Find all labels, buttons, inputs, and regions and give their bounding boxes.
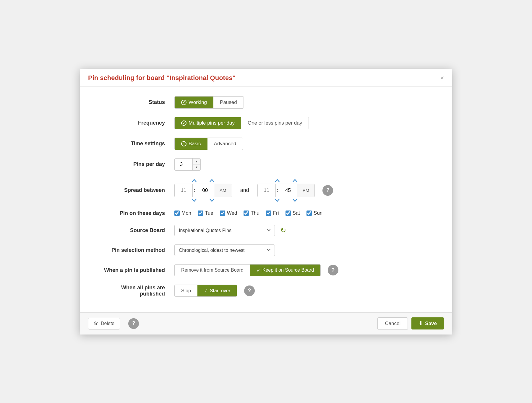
keep-on-source-label: Keep it on Source Board xyxy=(262,267,314,273)
start-time-fields: : AM xyxy=(174,184,232,197)
source-board-refresh-icon[interactable]: ↻ xyxy=(280,226,286,234)
cancel-button[interactable]: Cancel xyxy=(377,317,408,330)
day-mon-label: Mon xyxy=(181,210,191,216)
when-all-published-help-icon[interactable]: ? xyxy=(244,285,255,296)
end-min-down-button[interactable] xyxy=(286,198,304,202)
day-thu-label: Thu xyxy=(251,210,259,216)
spread-between-row: Spread between xyxy=(98,179,434,202)
pin-selection-row: Pin selection method Chronological, olde… xyxy=(98,244,434,256)
end-hour-up-button[interactable] xyxy=(268,179,286,182)
time-settings-row: Time settings ✓ Basic Advanced xyxy=(98,138,434,150)
end-hour-input[interactable] xyxy=(258,184,275,197)
end-down-arrows xyxy=(268,198,304,202)
day-fri-label: Fri xyxy=(273,210,279,216)
footer-left: 🗑 Delete ? xyxy=(88,318,139,329)
source-board-select[interactable]: Inspirational Quotes Pins Other Board xyxy=(174,225,275,236)
day-fri-checkbox[interactable] xyxy=(266,211,271,216)
day-tue-checkbox[interactable] xyxy=(198,211,203,216)
pins-per-day-row: Pins per day ▲ ▼ xyxy=(98,158,434,171)
spinner-down-button[interactable]: ▼ xyxy=(193,164,200,170)
end-min-up-button[interactable] xyxy=(286,179,304,182)
status-paused-button[interactable]: Paused xyxy=(213,97,244,108)
delete-icon: 🗑 xyxy=(94,321,98,326)
when-published-controls: Remove it from Source Board ✓ Keep it on… xyxy=(174,264,434,276)
start-hour-input[interactable] xyxy=(175,184,192,197)
end-time-group: : PM xyxy=(257,179,315,202)
time-settings-advanced-button[interactable]: Advanced xyxy=(207,138,243,150)
source-board-label: Source Board xyxy=(98,227,174,234)
start-hour-up-button[interactable] xyxy=(185,179,203,182)
day-sun-checkbox[interactable] xyxy=(306,211,312,216)
end-time-fields: : PM xyxy=(257,184,315,197)
when-published-label: When a pin is published xyxy=(98,267,174,273)
start-time-separator: : xyxy=(192,184,196,197)
end-hour-down-button[interactable] xyxy=(268,198,286,202)
spread-help-icon[interactable]: ? xyxy=(322,185,333,196)
spinner-up-button[interactable]: ▲ xyxy=(193,159,200,164)
day-tue[interactable]: Tue xyxy=(198,210,213,216)
start-min-input[interactable] xyxy=(196,184,214,197)
modal-body: Status ✓ Working Paused Frequency xyxy=(80,87,452,312)
day-mon-checkbox[interactable] xyxy=(174,211,180,216)
end-ampm-button[interactable]: PM xyxy=(297,184,314,197)
modal-title: Pin scheduling for board "Inspirational … xyxy=(88,74,236,82)
status-working-button[interactable]: ✓ Working xyxy=(175,97,213,108)
remove-from-source-label: Remove it from Source Board xyxy=(181,267,244,273)
day-wed-checkbox[interactable] xyxy=(220,211,225,216)
time-settings-advanced-label: Advanced xyxy=(214,141,236,147)
modal-footer: 🗑 Delete ? Cancel ⬇ Save xyxy=(80,312,452,335)
when-published-row: When a pin is published Remove it from S… xyxy=(98,264,434,276)
delete-button[interactable]: 🗑 Delete xyxy=(88,318,120,329)
stop-label: Stop xyxy=(181,288,191,293)
pin-selection-label: Pin selection method xyxy=(98,247,174,253)
end-up-arrows xyxy=(268,179,304,182)
frequency-multiple-check-icon: ✓ xyxy=(181,120,186,126)
modal-close-button[interactable]: × xyxy=(440,75,444,81)
spread-between-controls: : AM xyxy=(174,179,434,202)
modal-title-prefix: Pin scheduling for board xyxy=(88,74,166,81)
day-sat[interactable]: Sat xyxy=(286,210,300,216)
start-min-down-button[interactable] xyxy=(203,198,221,202)
time-settings-basic-label: Basic xyxy=(189,141,201,147)
day-fri[interactable]: Fri xyxy=(266,210,279,216)
day-thu-checkbox[interactable] xyxy=(244,211,249,216)
remove-from-source-button[interactable]: Remove it from Source Board xyxy=(175,265,250,276)
pin-days-controls: Mon Tue Wed Thu xyxy=(174,210,434,216)
status-working-check-icon: ✓ xyxy=(181,100,186,105)
frequency-row: Frequency ✓ Multiple pins per day One or… xyxy=(98,117,434,129)
frequency-one-button[interactable]: One or less pins per day xyxy=(241,117,309,129)
time-settings-toggle-group: ✓ Basic Advanced xyxy=(174,138,243,150)
start-over-button[interactable]: ✓ Start over xyxy=(197,285,237,296)
day-thu[interactable]: Thu xyxy=(244,210,259,216)
pins-per-day-label: Pins per day xyxy=(98,161,174,167)
end-min-input[interactable] xyxy=(279,184,297,197)
pin-days-row: Pin on these days Mon Tue Wed xyxy=(98,210,434,216)
days-group: Mon Tue Wed Thu xyxy=(174,210,322,216)
frequency-multiple-button[interactable]: ✓ Multiple pins per day xyxy=(175,117,241,129)
day-sat-checkbox[interactable] xyxy=(286,211,291,216)
day-wed-label: Wed xyxy=(227,210,237,216)
save-button[interactable]: ⬇ Save xyxy=(411,317,444,329)
footer-help-icon[interactable]: ? xyxy=(128,318,139,329)
pin-days-label: Pin on these days xyxy=(98,210,174,216)
save-icon: ⬇ xyxy=(419,320,423,327)
modal: Pin scheduling for board "Inspirational … xyxy=(80,69,452,335)
time-settings-basic-button[interactable]: ✓ Basic xyxy=(175,138,207,150)
stop-button[interactable]: Stop xyxy=(175,285,197,296)
frequency-label: Frequency xyxy=(98,120,174,126)
day-wed[interactable]: Wed xyxy=(220,210,237,216)
start-hour-down-button[interactable] xyxy=(185,198,203,202)
start-down-arrows xyxy=(185,198,221,202)
start-ampm-button[interactable]: AM xyxy=(214,184,232,197)
pins-per-day-controls: ▲ ▼ xyxy=(174,158,434,171)
keep-on-source-button[interactable]: ✓ Keep it on Source Board xyxy=(250,265,320,276)
time-settings-basic-check-icon: ✓ xyxy=(181,141,186,146)
pin-selection-select[interactable]: Chronological, oldest to newest Random C… xyxy=(174,244,275,256)
when-all-published-label: When all pins are published xyxy=(98,285,174,297)
end-time-separator: : xyxy=(275,184,279,197)
start-min-up-button[interactable] xyxy=(203,179,221,182)
day-sun[interactable]: Sun xyxy=(306,210,322,216)
day-mon[interactable]: Mon xyxy=(174,210,191,216)
pins-per-day-input[interactable] xyxy=(175,159,192,170)
when-published-help-icon[interactable]: ? xyxy=(328,265,338,275)
